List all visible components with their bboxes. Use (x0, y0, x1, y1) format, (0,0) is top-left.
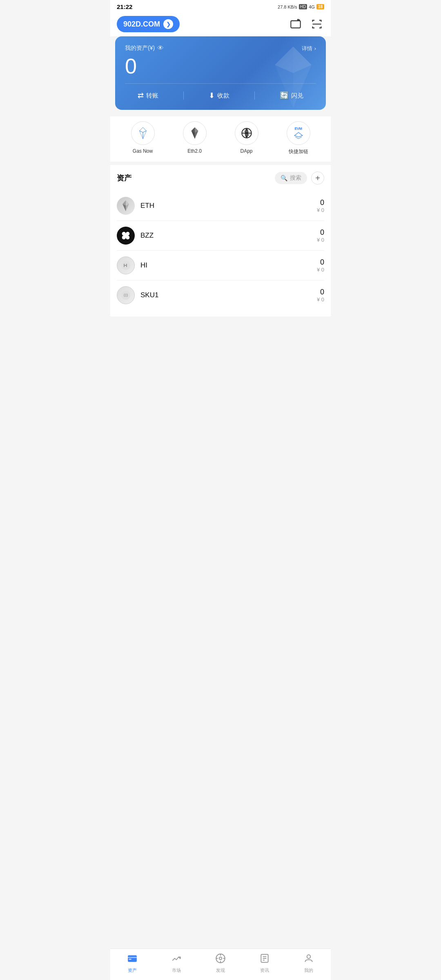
transfer-button[interactable]: ⇄ 转账 (138, 91, 158, 100)
speed-text: 27.8 KB/s (278, 4, 297, 9)
transfer-label: 转账 (146, 92, 158, 100)
receive-button[interactable]: ⬇ 收款 (209, 91, 229, 100)
hi-icon (117, 256, 135, 274)
brand-arrow-icon: ❯ (163, 19, 173, 29)
eth-name: ETH (140, 202, 317, 210)
sku1-icon (117, 286, 135, 304)
asset-card: 我的资产(¥) 👁 详情 › 0 ⇄ 转账 ⬇ 收款 🔄 闪兑 (115, 36, 326, 110)
evm-circle: EVM (287, 121, 310, 145)
battery-icon: 18 (316, 4, 324, 9)
quick-icon-evm[interactable]: EVM 快捷加链 (287, 121, 310, 155)
eye-icon[interactable]: 👁 (157, 45, 164, 52)
gas-now-label: Gas Now (133, 148, 153, 154)
quick-icons: Gas Now Eth2.0 DAp (110, 116, 331, 162)
bzz-name: BZZ (140, 232, 317, 240)
hi-name: HI (140, 261, 317, 270)
quick-icon-dapp[interactable]: DApp (235, 121, 258, 155)
hi-fiat: ¥ 0 (317, 267, 324, 273)
bottom-spacer (110, 316, 331, 349)
scan-button[interactable] (310, 17, 324, 31)
receive-label: 收款 (217, 92, 229, 100)
hd-badge: HD (299, 4, 307, 9)
svg-marker-10 (139, 131, 143, 139)
eth-balance: 0 ¥ 0 (317, 198, 324, 213)
brand-name: 902D.COM (123, 20, 160, 29)
assets-search-row: 🔍 搜索 + (275, 172, 324, 185)
search-box[interactable]: 🔍 搜索 (275, 172, 307, 184)
assets-header: 资产 🔍 搜索 + (117, 172, 324, 185)
asset-label: 我的资产(¥) 👁 (125, 45, 164, 52)
assets-section: 资产 🔍 搜索 + ETH 0 ¥ 0 (110, 165, 331, 316)
header: 902D.COM ❯ (110, 12, 331, 36)
receive-icon: ⬇ (209, 91, 215, 100)
search-icon: 🔍 (281, 175, 287, 181)
bzz-balance: 0 ¥ 0 (317, 228, 324, 243)
bzz-icon (117, 227, 135, 245)
quick-icon-gas-now[interactable]: Gas Now (131, 121, 155, 155)
sku1-amount: 0 (317, 288, 324, 296)
divider-2 (254, 91, 255, 100)
eth2-circle (183, 121, 207, 145)
sku1-balance: 0 ¥ 0 (317, 288, 324, 303)
svg-rect-0 (291, 21, 300, 28)
sku1-fiat: ¥ 0 (317, 296, 324, 303)
eth-fiat: ¥ 0 (317, 207, 324, 213)
header-icons (288, 17, 324, 31)
status-icons: 27.8 KB/s HD 4G 18 (278, 4, 324, 9)
bzz-amount: 0 (317, 228, 324, 237)
table-row[interactable]: HI 0 ¥ 0 (117, 251, 324, 281)
table-row[interactable]: SKU1 0 ¥ 0 (117, 281, 324, 310)
network-text: 4G (309, 4, 315, 9)
hi-balance: 0 ¥ 0 (317, 258, 324, 273)
hi-amount: 0 (317, 258, 324, 267)
dapp-label: DApp (240, 148, 252, 154)
add-wallet-button[interactable] (288, 17, 303, 31)
svg-point-31 (124, 234, 127, 237)
eth-diamond-bg (273, 45, 314, 85)
sku1-name: SKU1 (140, 291, 317, 299)
evm-text: EVM (294, 127, 302, 131)
table-row[interactable]: ETH 0 ¥ 0 (117, 191, 324, 221)
svg-marker-8 (139, 127, 146, 132)
eth-amount: 0 (317, 198, 324, 207)
dapp-circle (235, 121, 258, 145)
svg-marker-21 (294, 132, 303, 137)
gas-now-circle (131, 121, 155, 145)
status-bar: 21:22 27.8 KB/s HD 4G 18 (110, 0, 331, 12)
search-placeholder-text: 搜索 (290, 174, 301, 182)
eth2-label: Eth2.0 (187, 148, 202, 154)
assets-title: 资产 (117, 173, 131, 183)
add-asset-button[interactable]: + (311, 172, 324, 185)
svg-marker-9 (143, 131, 146, 139)
bzz-fiat: ¥ 0 (317, 237, 324, 243)
status-time: 21:22 (117, 3, 132, 10)
quick-icon-eth2[interactable]: Eth2.0 (183, 121, 207, 155)
transfer-icon: ⇄ (138, 91, 144, 100)
table-row[interactable]: BZZ 0 ¥ 0 (117, 221, 324, 251)
divider-1 (183, 91, 184, 100)
evm-label: 快捷加链 (289, 148, 308, 155)
eth-icon (117, 197, 135, 215)
brand-pill[interactable]: 902D.COM ❯ (117, 16, 180, 32)
